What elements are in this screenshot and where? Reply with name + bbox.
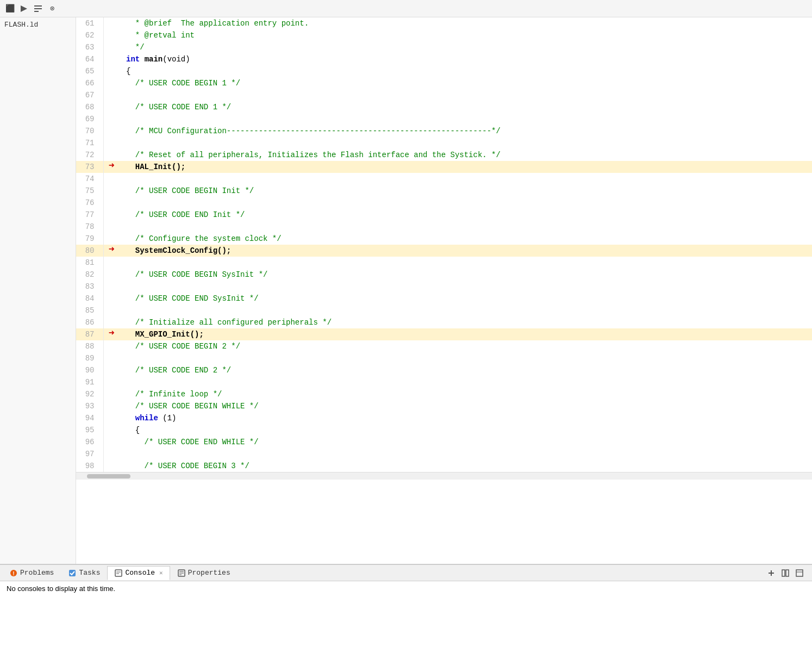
- code-line[interactable]: [120, 352, 812, 364]
- line-arrow: [103, 460, 120, 472]
- code-line[interactable]: [120, 448, 812, 460]
- line-number: 66: [76, 77, 103, 89]
- line-arrow: [103, 221, 120, 233]
- line-arrow: [103, 400, 120, 412]
- code-line[interactable]: int main(void): [120, 53, 812, 65]
- code-line[interactable]: HAL_Init();: [120, 161, 812, 173]
- line-number: 98: [76, 460, 103, 472]
- code-line[interactable]: [120, 304, 812, 316]
- code-line[interactable]: */: [120, 41, 812, 53]
- toolbar-icon-1[interactable]: ⬛: [4, 3, 15, 14]
- code-line[interactable]: /* Initialize all configured peripherals…: [120, 316, 812, 328]
- svg-rect-6: [69, 570, 76, 576]
- line-arrow: [103, 29, 120, 41]
- main-container: FLASH.ld 61 * @brief The application ent…: [0, 17, 812, 659]
- line-number: 68: [76, 101, 103, 113]
- line-arrow: [103, 448, 120, 460]
- tab-console[interactable]: Console✕: [107, 566, 170, 580]
- code-line[interactable]: [120, 89, 812, 101]
- breakpoint-arrow: ➜: [109, 328, 115, 338]
- code-line[interactable]: /* USER CODE BEGIN 1 */: [120, 77, 812, 89]
- toolbar-icon-2[interactable]: [18, 3, 29, 14]
- line-number: 89: [76, 352, 103, 364]
- tab-close-console[interactable]: ✕: [159, 569, 163, 576]
- line-arrow: [103, 209, 120, 221]
- tab-properties[interactable]: Properties: [170, 566, 238, 580]
- code-line[interactable]: /* USER CODE BEGIN SysInit */: [120, 269, 812, 281]
- code-line[interactable]: [120, 221, 812, 233]
- pin-console-btn[interactable]: [765, 567, 777, 579]
- code-line[interactable]: /* Reset of all peripherals, Initializes…: [120, 149, 812, 161]
- line-number: 84: [76, 293, 103, 304]
- svg-rect-2: [34, 8, 42, 9]
- code-line[interactable]: /* MCU Configuration--------------------…: [120, 125, 812, 137]
- line-arrow: [103, 424, 120, 436]
- code-line[interactable]: /* USER CODE BEGIN 2 */: [120, 340, 812, 352]
- code-line[interactable]: /* Configure the system clock */: [120, 233, 812, 245]
- svg-rect-15: [771, 570, 772, 576]
- toolbar-icon-4[interactable]: ⊗: [47, 3, 58, 14]
- line-arrow: [103, 364, 120, 376]
- code-line[interactable]: /* USER CODE END SysInit */: [120, 293, 812, 304]
- line-arrow: [103, 65, 120, 77]
- line-number: 79: [76, 233, 103, 245]
- split-console-btn[interactable]: [779, 567, 791, 579]
- breakpoint-arrow: ➜: [109, 245, 115, 254]
- line-number: 76: [76, 197, 103, 209]
- line-number: 62: [76, 29, 103, 41]
- code-line[interactable]: [120, 281, 812, 293]
- code-line[interactable]: /* USER CODE END 1 */: [120, 101, 812, 113]
- line-arrow: [103, 281, 120, 293]
- code-line[interactable]: [120, 257, 812, 269]
- code-line[interactable]: /* USER CODE BEGIN Init */: [120, 185, 812, 197]
- horizontal-scrollbar[interactable]: [76, 472, 812, 480]
- line-number: 78: [76, 221, 103, 233]
- line-arrow: [103, 257, 120, 269]
- line-number: 90: [76, 364, 103, 376]
- line-arrow: [103, 173, 120, 185]
- sidebar-item-flash[interactable]: FLASH.ld: [0, 20, 76, 30]
- open-console-btn[interactable]: [794, 567, 805, 579]
- svg-rect-18: [796, 570, 803, 576]
- editor-area: FLASH.ld 61 * @brief The application ent…: [0, 17, 812, 564]
- code-line[interactable]: /* USER CODE BEGIN WHILE */: [120, 400, 812, 412]
- code-line[interactable]: * @retval int: [120, 29, 812, 41]
- code-line[interactable]: while (1): [120, 412, 812, 424]
- line-arrow: [103, 233, 120, 245]
- code-line[interactable]: /* USER CODE END 2 */: [120, 364, 812, 376]
- tab-icon-tasks: [68, 569, 77, 577]
- tab-problems[interactable]: !Problems: [2, 566, 61, 580]
- svg-text:!: !: [12, 571, 15, 577]
- code-table: 61 * @brief The application entry point.…: [76, 17, 812, 472]
- svg-rect-1: [34, 5, 42, 7]
- line-number: 95: [76, 424, 103, 436]
- code-editor[interactable]: 61 * @brief The application entry point.…: [76, 17, 812, 564]
- code-line[interactable]: [120, 137, 812, 149]
- code-line[interactable]: MX_GPIO_Init();: [120, 328, 812, 340]
- svg-rect-17: [786, 570, 789, 576]
- code-line[interactable]: {: [120, 65, 812, 77]
- code-line[interactable]: [120, 173, 812, 185]
- line-arrow: [103, 304, 120, 316]
- line-arrow: [103, 412, 120, 424]
- code-line[interactable]: SystemClock_Config();: [120, 245, 812, 257]
- code-line[interactable]: /* USER CODE END Init */: [120, 209, 812, 221]
- line-number: 93: [76, 400, 103, 412]
- code-line[interactable]: /* USER CODE END WHILE */: [120, 436, 812, 448]
- tab-tasks[interactable]: Tasks: [61, 566, 107, 580]
- code-line[interactable]: /* Infinite loop */: [120, 388, 812, 400]
- tab-icon-problems: !: [9, 569, 18, 577]
- code-line[interactable]: [120, 113, 812, 125]
- toolbar-icon-3[interactable]: [33, 3, 43, 14]
- line-number: 88: [76, 340, 103, 352]
- code-line[interactable]: /* USER CODE BEGIN 3 */: [120, 460, 812, 472]
- scrollbar-thumb[interactable]: [87, 474, 130, 478]
- code-line[interactable]: {: [120, 424, 812, 436]
- line-number: 86: [76, 316, 103, 328]
- console-content: No consoles to display at this time.: [0, 581, 812, 659]
- code-line[interactable]: * @brief The application entry point.: [120, 17, 812, 29]
- code-line[interactable]: [120, 376, 812, 388]
- code-line[interactable]: [120, 197, 812, 209]
- svg-marker-0: [21, 5, 27, 12]
- top-toolbar: ⬛ ⊗: [0, 0, 812, 17]
